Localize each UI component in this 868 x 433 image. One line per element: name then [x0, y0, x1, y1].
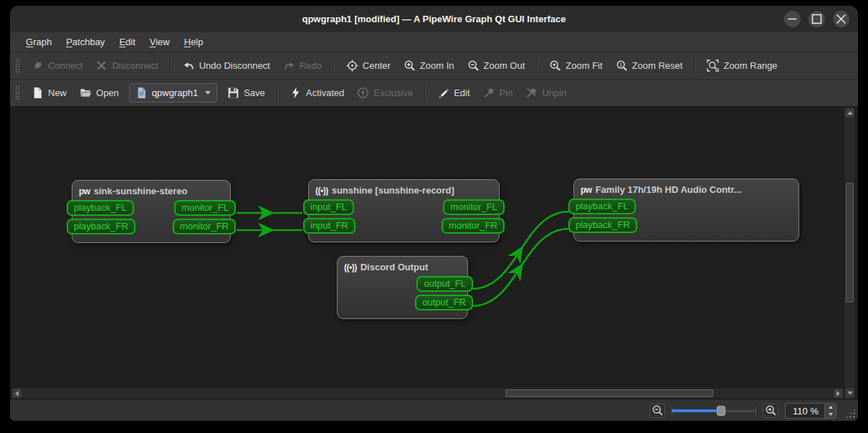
edit-button[interactable]: Edit	[431, 83, 476, 103]
exclusive-icon	[357, 87, 369, 99]
pin-icon	[483, 87, 495, 99]
statusbar-zoom-in-button[interactable]	[763, 404, 778, 418]
scroll-up-button[interactable]	[845, 108, 854, 118]
window-controls	[784, 11, 849, 27]
toolbar-separator	[277, 85, 278, 102]
port-monitor-fr[interactable]: monitor_FR	[173, 219, 236, 234]
vertical-scrollbar-thumb[interactable]	[846, 183, 854, 303]
redo-icon	[283, 60, 295, 72]
horizontal-scrollbar-thumb[interactable]	[505, 389, 713, 397]
exclusive-button[interactable]: Exclusive	[350, 83, 419, 103]
port-input-fl[interactable]: input_FL	[303, 199, 354, 215]
node-header: ((•)) Discord Output	[338, 257, 467, 276]
new-button[interactable]: New	[25, 83, 73, 103]
zoom-fit-button[interactable]: Zoom Fit	[543, 56, 609, 75]
node-discord-output[interactable]: ((•)) Discord Output output_FL output_FR	[337, 256, 468, 319]
menu-edit[interactable]: Edit	[112, 34, 142, 50]
menu-patchbay[interactable]: Patchbay	[59, 34, 112, 50]
statusbar: 110 %	[10, 399, 858, 421]
node-title: sunshine [sunshine-record]	[332, 185, 454, 196]
titlebar[interactable]: qpwgraph1 [modified] — A PipeWire Graph …	[10, 6, 858, 32]
port-monitor-fl[interactable]: monitor_FL	[443, 199, 505, 215]
undo-icon	[183, 60, 195, 72]
window-resize-grip[interactable]	[845, 408, 856, 419]
toolbar-separator	[536, 57, 538, 75]
svg-text:1: 1	[619, 62, 623, 68]
window-title: qpwgraph1 [modified] — A PipeWire Graph …	[302, 14, 566, 24]
new-file-icon	[32, 87, 44, 99]
slider-fill	[672, 409, 718, 412]
toolbar-drag-handle[interactable]	[15, 58, 20, 74]
undo-disconnect-button[interactable]: Undo Disconnect	[176, 56, 277, 75]
maximize-icon	[811, 13, 823, 25]
toolbar-separator	[694, 57, 695, 75]
port-output-fr[interactable]: output_FR	[415, 295, 473, 310]
patchbay-file-icon	[135, 87, 148, 99]
statusbar-zoom-out-button[interactable]	[649, 404, 665, 418]
zoom-spinbox[interactable]: 110 %	[785, 403, 836, 419]
save-button[interactable]: Save	[221, 83, 272, 103]
spin-down-button[interactable]	[825, 411, 836, 418]
node-sunshine-record[interactable]: ((•)) sunshine [sunshine-record] input_F…	[308, 179, 500, 242]
scroll-right-button[interactable]	[834, 389, 843, 398]
redo-button[interactable]: Redo	[277, 56, 328, 75]
zoom-reset-button[interactable]: 1 Zoom Reset	[609, 56, 690, 75]
disconnect-button[interactable]: Disconnect	[89, 56, 164, 75]
activated-button[interactable]: Activated	[283, 83, 350, 103]
triangle-right-icon	[836, 391, 840, 396]
menu-view[interactable]: View	[143, 34, 177, 50]
disconnect-icon	[95, 60, 108, 72]
toolbar-separator	[333, 57, 335, 75]
spin-up-button[interactable]	[825, 404, 836, 411]
node-header: ((•)) sunshine [sunshine-record]	[309, 180, 499, 199]
zoom-out-button[interactable]: Zoom Out	[461, 56, 532, 75]
port-playback-fr[interactable]: playback_FR	[67, 219, 135, 234]
zoom-range-icon	[707, 60, 719, 72]
spin-buttons	[824, 404, 836, 418]
close-button[interactable]	[833, 11, 849, 27]
scroll-down-button[interactable]	[845, 389, 854, 398]
stream-icon: ((•))	[344, 262, 357, 272]
zoom-in-icon	[765, 404, 777, 417]
scroll-left-button[interactable]	[12, 389, 22, 398]
toolbar-separator	[424, 85, 426, 102]
port-input-fr[interactable]: input_FR	[303, 218, 356, 234]
zoom-out-icon	[467, 60, 480, 72]
zoom-in-icon	[404, 60, 416, 72]
zoom-fit-icon	[549, 60, 561, 72]
node-sink-sunshine-stereo[interactable]: pw sink-sunshine-stereo playback_FL moni…	[72, 180, 231, 243]
port-playback-fl[interactable]: playback_FL	[67, 200, 134, 216]
vertical-scrollbar[interactable]	[844, 108, 855, 399]
pin-button[interactable]: Pin	[477, 83, 520, 103]
connection-wires	[10, 107, 858, 399]
unpin-button[interactable]: Unpin	[519, 83, 573, 103]
toolbar-drag-handle[interactable]	[15, 85, 20, 101]
node-family-hd-audio[interactable]: pw Family 17h/19h HD Audio Contr... play…	[573, 179, 799, 242]
menu-graph[interactable]: Graph	[19, 34, 59, 50]
patchbay-select[interactable]: qpwgraph1	[129, 83, 217, 103]
connect-button[interactable]: Connect	[25, 56, 89, 75]
horizontal-scrollbar[interactable]	[11, 388, 844, 399]
port-monitor-fr[interactable]: monitor_FR	[442, 218, 505, 234]
port-monitor-fl[interactable]: monitor_FL	[174, 200, 236, 216]
port-playback-fl[interactable]: playback_FL	[568, 199, 636, 214]
save-icon	[227, 87, 239, 99]
slider-handle[interactable]	[717, 406, 725, 416]
open-button[interactable]: Open	[73, 83, 125, 103]
connect-icon	[32, 60, 44, 72]
zoom-in-button[interactable]: Zoom In	[397, 56, 461, 75]
center-button[interactable]: Center	[340, 56, 397, 75]
graph-toolbar: Connect Disconnect Undo Disconnect Redo	[10, 52, 858, 80]
graph-canvas[interactable]: pw sink-sunshine-stereo playback_FL moni…	[10, 107, 858, 399]
maximize-button[interactable]	[809, 11, 825, 27]
menubar: Graph Patchbay Edit View Help	[10, 32, 858, 52]
minimize-button[interactable]	[784, 11, 801, 27]
zoom-slider[interactable]	[672, 404, 756, 417]
menu-help[interactable]: Help	[177, 34, 211, 50]
patchbay-toolbar: New Open qpwgraph1 Save	[10, 80, 858, 107]
zoom-range-button[interactable]: Zoom Range	[700, 56, 783, 75]
port-output-fl[interactable]: output_FL	[416, 276, 473, 292]
zoom-reset-icon: 1	[616, 60, 628, 72]
port-playback-fr[interactable]: playback_FR	[568, 217, 637, 233]
open-folder-icon	[80, 87, 92, 99]
